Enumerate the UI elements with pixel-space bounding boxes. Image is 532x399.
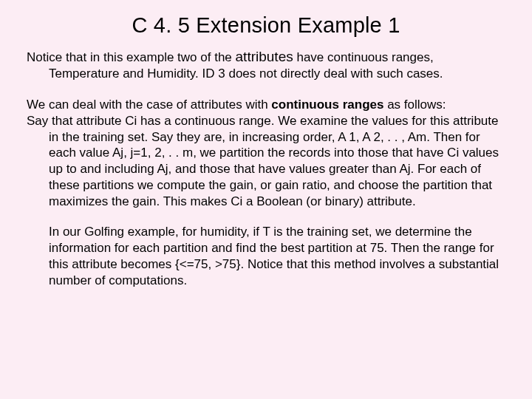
paragraph-intro: Notice that in this example two of the a… [27,48,505,82]
paragraph-example: In our Golfing example, for humidity, if… [27,224,505,288]
paragraph-method: Say that attribute Ci has a continuous r… [27,113,505,210]
text-continuous-ranges: continuous ranges [271,98,383,112]
paragraph-lead: We can deal with the case of attributes … [27,97,505,113]
text-attributes-word: attributes [236,49,293,64]
text-lead-a: We can deal with the case of attributes … [27,98,271,112]
slide-title: C 4. 5 Extension Example 1 [27,13,505,38]
slide: C 4. 5 Extension Example 1 Notice that i… [0,0,532,399]
text-lead-b: as follows: [383,98,446,112]
text-intro-a: Notice that in this example two of the [27,50,236,64]
